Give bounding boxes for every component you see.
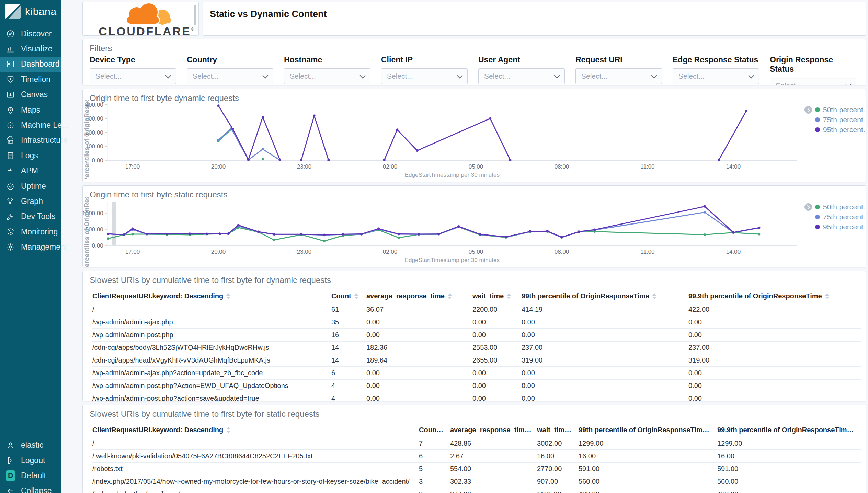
sidebar-item-canvas[interactable]: Canvas: [0, 87, 61, 102]
chevron-down-icon: [651, 72, 657, 78]
maps-icon: [6, 105, 15, 115]
column-header-wait-time[interactable]: wait_time: [472, 292, 522, 300]
column-header-99-9th-percentile-of-originresponsetime[interactable]: 99.9th percentile of OriginResponseTime: [688, 292, 861, 300]
svg-text:08:00: 08:00: [555, 249, 569, 255]
sidebar-item-visualize[interactable]: Visualize: [0, 41, 61, 56]
sidebar-item-dev-tools[interactable]: Dev Tools: [0, 209, 61, 224]
table-cell: 591.00: [579, 465, 717, 473]
table-cell: 189.64: [366, 356, 472, 364]
sidebar-item-maps[interactable]: Maps: [0, 102, 61, 117]
table-cell: 0.00: [688, 331, 861, 339]
column-header-label: Count: [419, 426, 443, 434]
sidebar-item-infrastructure[interactable]: Infrastructure: [0, 133, 61, 148]
sidebar-item-monitoring[interactable]: Monitoring: [0, 224, 61, 239]
filter-select-device-type[interactable]: Select...: [90, 68, 176, 84]
management-icon: [6, 242, 15, 252]
svg-text:0.00: 0.00: [92, 157, 103, 164]
column-header-average-response-time[interactable]: average_response_time: [366, 292, 472, 300]
sidebar-item-apm[interactable]: APM: [0, 163, 61, 179]
filter-select-origin-response-status[interactable]: Select...: [770, 78, 856, 85]
column-header-label: ClientRequestURI.keyword: Descending: [92, 292, 223, 300]
sidebar-item-collapse[interactable]: Collapse: [0, 483, 61, 493]
column-header-average-response-time[interactable]: average_response_time: [450, 426, 537, 434]
legend-item-95th-percentile[interactable]: 95th percent...: [815, 126, 866, 134]
svg-text:08:00: 08:00: [555, 163, 569, 170]
table-cell: 2655.00: [472, 356, 522, 364]
kibana-logo[interactable]: kibana: [0, 0, 61, 23]
table-row: /wp-admin/admin-ajax.php350.000.000.000.…: [92, 316, 861, 329]
legend-item-95th-percentile[interactable]: 95th percent...: [815, 223, 866, 231]
sidebar-item-label: Monitoring: [21, 227, 58, 237]
column-header-wait-time[interactable]: wait_time: [537, 426, 579, 434]
filter-select-country[interactable]: Select...: [187, 68, 273, 84]
column-header-count[interactable]: Count: [331, 292, 366, 300]
legend-dot-icon: [815, 205, 820, 209]
table-panel-static-uris: Slowest URIs by cumulative time to first…: [82, 405, 866, 493]
sidebar-item-graph[interactable]: Graph: [0, 194, 61, 209]
table-cell: 3002.00: [537, 439, 579, 447]
discover-icon: [6, 29, 15, 38]
table-cell: 0.00: [522, 331, 688, 339]
column-header-99th-percentile-of-originresponsetime[interactable]: 99th percentile of OriginResponseTime: [522, 292, 688, 300]
table-cell: 0.00: [366, 394, 472, 401]
legend-item-50th-percentile[interactable]: 50th percent...: [815, 106, 866, 114]
sidebar-item-label: Visualize: [21, 44, 53, 54]
sidebar-item-elastic[interactable]: elastic: [0, 437, 61, 452]
table-cell: /: [92, 439, 419, 447]
filter-label: Request URI: [575, 55, 662, 65]
filter-label: Country: [187, 55, 273, 65]
svg-text:05:00: 05:00: [469, 163, 483, 170]
table-row: /7428.863002.001299.001299.00: [92, 437, 861, 450]
column-header-99-9th-percentile-of-originresponsetime[interactable]: 99.9th percentile of OriginResponseTime: [717, 426, 861, 434]
sidebar-item-dashboard[interactable]: Dashboard: [0, 57, 61, 72]
column-header-clientrequesturi-keyword-descending[interactable]: ClientRequestURI.keyword: Descending: [92, 292, 331, 300]
table-cell: 0.00: [522, 369, 688, 377]
filter-select-request-uri[interactable]: Select...: [575, 68, 662, 84]
filter-select-client-ip[interactable]: Select...: [381, 68, 468, 84]
table-header-row: ClientRequestURI.keyword: DescendingCoun…: [92, 289, 861, 303]
table-cell: 0.00: [688, 382, 861, 390]
table-cell: /robots.txt: [92, 465, 419, 473]
filter-select-user-agent[interactable]: Select...: [478, 68, 565, 84]
sidebar-item-logs[interactable]: Logs: [0, 148, 61, 163]
sidebar-item-discover[interactable]: Discover: [0, 26, 61, 41]
svg-text:11:00: 11:00: [640, 249, 654, 255]
column-header-count[interactable]: Count: [419, 426, 450, 434]
column-header-99th-percentile-of-originresponsetime[interactable]: 99th percentile of OriginResponseTime: [579, 426, 717, 434]
sidebar-item-timelion[interactable]: Timelion: [0, 72, 61, 87]
chart-legend: 50th percent...75th percent...95th perce…: [804, 203, 866, 231]
column-header-label: 99th percentile of OriginResponseTime: [522, 292, 649, 300]
table-cell: 7: [419, 439, 450, 447]
legend-item-50th-percentile[interactable]: 50th percent...: [815, 203, 866, 211]
select-placeholder: Select...: [95, 72, 122, 80]
sidebar-item-logout[interactable]: Logout: [0, 453, 61, 468]
legend-expand-icon[interactable]: [804, 203, 812, 211]
column-header-label: wait_time: [472, 292, 504, 300]
legend-label: 50th percent...: [823, 203, 866, 211]
table-cell: 0.00: [472, 331, 522, 339]
sidebar-item-machine-le[interactable]: Machine Le...: [0, 117, 61, 133]
legend-expand-icon[interactable]: [804, 106, 812, 114]
select-placeholder: Select...: [484, 72, 510, 80]
chevron-down-icon: [263, 72, 269, 78]
legend-dot-icon: [815, 215, 820, 219]
sidebar-item-default[interactable]: DDefault: [0, 468, 61, 483]
column-header-clientrequesturi-keyword-descending[interactable]: ClientRequestURI.keyword: Descending: [92, 426, 419, 434]
panel-scrollbar[interactable]: [194, 5, 196, 25]
table-cell: 423.00: [717, 490, 861, 493]
sort-icon: [354, 293, 358, 299]
sort-icon: [854, 427, 858, 433]
table-cell: 182.36: [366, 344, 472, 352]
legend-item-75th-percentile[interactable]: 75th percent...: [815, 213, 866, 221]
column-header-label: 99th percentile of OriginResponseTime: [579, 426, 709, 434]
table-panel-dynamic-uris: Slowest URIs by cumulative time to first…: [82, 271, 866, 401]
legend-list: 50th percent...75th percent...95th perce…: [815, 203, 866, 231]
filter-select-hostname[interactable]: Select...: [284, 68, 370, 84]
legend-item-75th-percentile[interactable]: 75th percent...: [815, 116, 866, 124]
sidebar-item-management[interactable]: Management: [0, 239, 61, 254]
sidebar-item-label: Logs: [21, 151, 38, 160]
table-cell: 1299.00: [579, 439, 717, 447]
sidebar-item-label: Canvas: [21, 90, 48, 99]
filter-select-edge-response-status[interactable]: Select...: [673, 68, 759, 84]
sidebar-item-uptime[interactable]: Uptime: [0, 179, 61, 194]
